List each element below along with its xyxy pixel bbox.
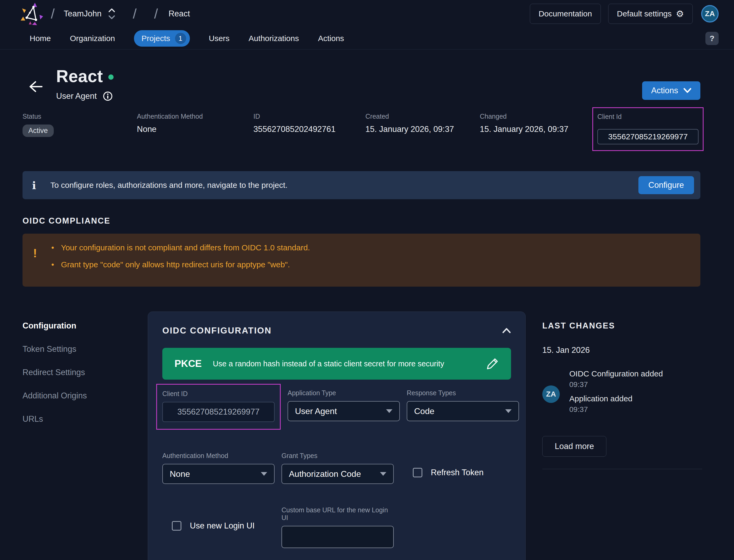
custom-base-url-field-group: Custom base URL for the new Login UI [282,506,394,548]
oidc-configuration-card: OIDC CONFIGURATION PKCE Use a random has… [148,312,526,560]
sidebar-item-token-settings[interactable]: Token Settings [23,344,148,354]
compliance-heading: OIDC COMPLIANCE [23,216,734,226]
use-new-login-checkbox[interactable] [172,521,181,531]
response-types-select[interactable]: Code [407,401,519,421]
client-id-value-field[interactable] [597,129,699,144]
chevron-down-icon [683,88,691,93]
tab-actions[interactable]: Actions [318,34,344,43]
form-row-2: Authentication Method None Grant Types A… [162,452,511,484]
grant-types-field-group: Grant Types Authorization Code [282,452,394,484]
auth-method-select[interactable]: None [162,464,275,484]
status-label: Status [23,113,137,120]
created-label: Created [366,113,480,120]
tab-users[interactable]: Users [209,34,230,43]
dropdown-arrow-icon [386,409,392,413]
load-more-button[interactable]: Load more [542,436,606,457]
warning-icon: ! [33,247,37,259]
sidebar-item-additional-origins[interactable]: Additional Origins [23,391,148,401]
auth-method-label: Authentication Method [162,452,275,460]
meta-created: Created 15. January 2026, 09:37 [366,113,480,134]
pkce-banner: PKCE Use a random hash instead of a stat… [162,348,511,380]
auth-method-value: None [170,469,190,479]
tab-home[interactable]: Home [30,34,51,43]
help-button[interactable]: ? [705,32,719,45]
change-time: 09:37 [569,405,663,414]
refresh-token-label: Refresh Token [431,468,483,477]
changes-timeline: ZA OIDC Configuration added 09:37 Applic… [542,369,702,419]
dropdown-arrow-icon [505,409,511,413]
active-status-dot [108,74,114,80]
meta-auth-method: Authentication Method None [137,113,254,134]
tab-organization[interactable]: Organization [70,34,115,43]
application-type-value: User Agent [295,406,337,416]
projects-count-badge: 1 [175,33,186,44]
breadcrumb-org[interactable]: TeamJohn [64,8,115,20]
change-time: 09:37 [569,380,663,389]
client-id-highlight-box: Client ID [156,384,281,430]
edit-pkce-button[interactable] [486,357,499,370]
change-author-avatar: ZA [542,385,560,403]
meta-status: Status Active [23,113,137,137]
auth-method-label: Authentication Method [137,113,254,120]
auth-method-field-group: Authentication Method None [162,452,275,484]
actions-label: Actions [651,86,678,95]
breadcrumb-separator: / [51,7,55,21]
meta-id: ID 355627085202492761 [254,113,366,134]
org-name: TeamJohn [64,9,101,19]
back-button[interactable] [29,80,43,93]
logo-arrow [29,21,32,24]
form-row-1: Client ID Application Type User Agent Re… [162,389,511,430]
arrow-left-icon [29,80,43,93]
top-bar: / TeamJohn / / React Documentation Defau… [0,0,734,28]
gear-icon: ⚙ [676,9,684,18]
last-changes-panel: LAST CHANGES 15. Jan 2026 ZA OIDC Config… [542,312,734,469]
changed-value: 15. January 2026, 09:37 [480,125,592,134]
breadcrumb-separator: / [133,7,136,21]
refresh-token-checkbox-row[interactable]: Refresh Token [413,468,525,477]
project-info-banner: i To configure roles, authorizations and… [23,171,700,199]
user-avatar[interactable]: ZA [701,5,719,23]
pkce-title: PKCE [175,358,202,369]
default-settings-label: Default settings [617,9,672,18]
response-types-field-group: Response Types Code [407,389,519,421]
collapse-button[interactable] [502,328,511,334]
card-title: OIDC CONFIGURATION [162,326,272,336]
org-switcher-icon [108,8,115,20]
sidebar-item-configuration[interactable]: Configuration [23,321,148,331]
documentation-label: Documentation [538,9,592,18]
grant-types-label: Grant Types [282,452,394,460]
client-id-field-group: Client ID [162,390,275,422]
default-settings-button[interactable]: Default settings ⚙ [608,4,693,24]
tab-projects[interactable]: Projects 1 [134,30,190,47]
refresh-token-checkbox[interactable] [413,468,422,477]
content-area: Configuration Token Settings Redirect Se… [0,312,734,560]
grant-types-select[interactable]: Authorization Code [282,464,394,484]
status-badge: Active [23,125,54,137]
auth-method-value: None [137,125,254,134]
logo-arrow [32,22,37,25]
sidebar-item-redirect-settings[interactable]: Redirect Settings [23,368,148,377]
logo-arrow [21,17,25,21]
documentation-button[interactable]: Documentation [530,4,601,24]
client-id-input[interactable] [162,402,275,422]
logo-arrow [22,8,26,13]
tab-authorizations[interactable]: Authorizations [249,34,299,43]
id-value: 355627085202492761 [254,125,366,134]
sidebar-item-urls[interactable]: URLs [23,414,148,424]
configure-button[interactable]: Configure [638,176,694,194]
custom-base-url-input[interactable] [282,526,394,548]
info-icon[interactable] [103,91,113,101]
actions-button[interactable]: Actions [642,81,700,100]
pkce-description: Use a random hash instead of a static cl… [213,359,444,368]
changes-date: 15. Jan 2026 [542,345,702,355]
created-value: 15. January 2026, 09:37 [366,125,480,134]
change-title: OIDC Configuration added [569,369,663,378]
breadcrumb-app[interactable]: React [168,9,190,19]
client-id-label: Client ID [162,390,275,398]
application-type-select[interactable]: User Agent [288,401,400,421]
warning-item: Grant type "code" only allows http redir… [51,260,310,269]
chevron-up-icon [502,328,511,334]
use-new-login-checkbox-row[interactable]: Use new Login UI [172,521,275,531]
app-logo-icon[interactable] [21,2,43,25]
application-type-label: Application Type [288,389,400,397]
